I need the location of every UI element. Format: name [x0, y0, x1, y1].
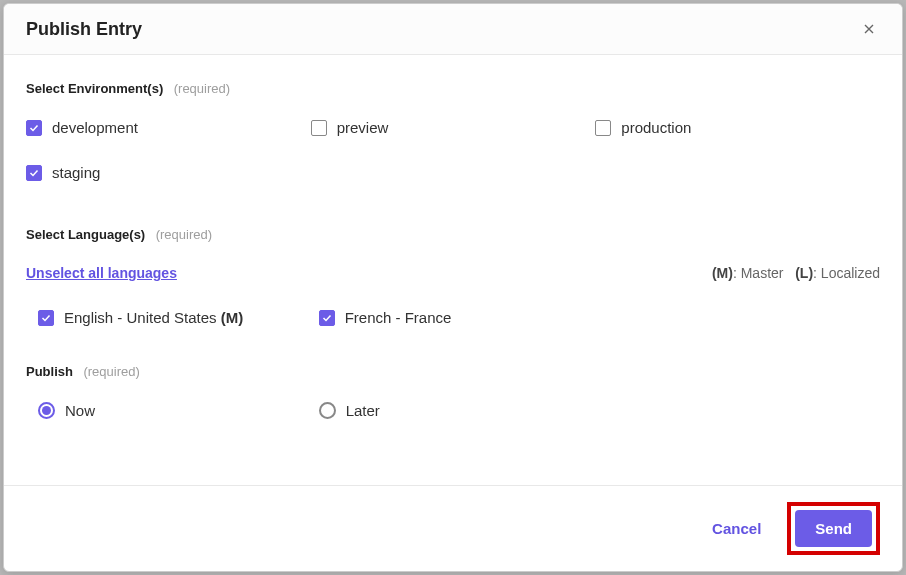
publish-section: Publish (required) Now Later — [26, 362, 880, 419]
language-label: English - United States (M) — [64, 309, 243, 326]
checkbox-icon — [38, 310, 54, 326]
environment-option-development[interactable]: development — [26, 119, 311, 136]
publish-option-now[interactable]: Now — [38, 402, 319, 419]
environment-option-production[interactable]: production — [595, 119, 880, 136]
environment-label: staging — [52, 164, 100, 181]
publish-required: (required) — [83, 364, 139, 379]
checkbox-icon — [319, 310, 335, 326]
modal-header: Publish Entry — [4, 4, 902, 55]
legend-master-text: : Master — [733, 265, 784, 281]
send-button-highlight: Send — [787, 502, 880, 555]
languages-required: (required) — [156, 227, 212, 242]
environments-section: Select Environment(s) (required) develop… — [26, 79, 880, 181]
checkbox-icon — [26, 120, 42, 136]
unselect-all-languages-link[interactable]: Unselect all languages — [26, 265, 177, 281]
language-option-french-fr[interactable]: French - France — [319, 309, 600, 326]
modal-body: Select Environment(s) (required) develop… — [4, 55, 902, 485]
languages-grid: English - United States (M) French - Fra… — [26, 309, 880, 326]
publish-option-later[interactable]: Later — [319, 402, 600, 419]
close-icon — [861, 21, 877, 37]
languages-label: Select Language(s) — [26, 227, 145, 242]
legend-local-text: : Localized — [813, 265, 880, 281]
environments-required: (required) — [174, 81, 230, 96]
environment-label: production — [621, 119, 691, 136]
publish-option-label: Later — [346, 402, 380, 419]
environment-label: development — [52, 119, 138, 136]
legend-local-key: (L) — [795, 265, 813, 281]
publish-option-label: Now — [65, 402, 95, 419]
cancel-button[interactable]: Cancel — [712, 520, 761, 537]
languages-header-row: Unselect all languages (M): Master (L): … — [26, 265, 880, 281]
publish-options: Now Later — [26, 402, 880, 419]
radio-icon — [38, 402, 55, 419]
publish-entry-modal: Publish Entry Select Environment(s) (req… — [3, 3, 903, 572]
language-option-english-us[interactable]: English - United States (M) — [38, 309, 319, 326]
checkbox-icon — [311, 120, 327, 136]
send-button[interactable]: Send — [795, 510, 872, 547]
legend-master-key: (M) — [712, 265, 733, 281]
checkbox-icon — [595, 120, 611, 136]
languages-section: Select Language(s) (required) Unselect a… — [26, 225, 880, 326]
languages-legend: (M): Master (L): Localized — [712, 265, 880, 281]
radio-icon — [319, 402, 336, 419]
environment-option-staging[interactable]: staging — [26, 164, 311, 181]
environments-grid: development preview production staging — [26, 119, 880, 181]
modal-footer: Cancel Send — [4, 485, 902, 571]
checkbox-icon — [26, 165, 42, 181]
publish-label: Publish — [26, 364, 73, 379]
modal-title: Publish Entry — [26, 19, 142, 40]
close-button[interactable] — [858, 18, 880, 40]
language-label: French - France — [345, 309, 452, 326]
environments-label: Select Environment(s) — [26, 81, 163, 96]
environment-option-preview[interactable]: preview — [311, 119, 596, 136]
environment-label: preview — [337, 119, 389, 136]
